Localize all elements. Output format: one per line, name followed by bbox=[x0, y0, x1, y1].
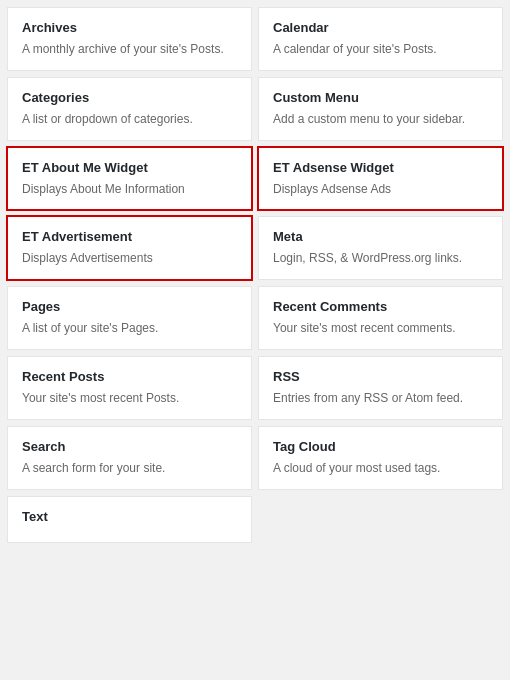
widget-title-text: Text bbox=[22, 509, 237, 524]
widget-title-recent-posts: Recent Posts bbox=[22, 369, 237, 384]
widget-desc-et-advertisement: Displays Advertisements bbox=[22, 250, 237, 267]
widget-card-archives[interactable]: ArchivesA monthly archive of your site's… bbox=[7, 7, 252, 71]
widget-card-recent-comments[interactable]: Recent CommentsYour site's most recent c… bbox=[258, 286, 503, 350]
widget-desc-pages: A list of your site's Pages. bbox=[22, 320, 237, 337]
widget-card-et-about-me[interactable]: ET About Me WidgetDisplays About Me Info… bbox=[6, 146, 253, 212]
widget-title-categories: Categories bbox=[22, 90, 237, 105]
widget-card-search[interactable]: SearchA search form for your site. bbox=[7, 426, 252, 490]
widget-card-recent-posts[interactable]: Recent PostsYour site's most recent Post… bbox=[7, 356, 252, 420]
widget-desc-calendar: A calendar of your site's Posts. bbox=[273, 41, 488, 58]
widget-card-et-adsense[interactable]: ET Adsense WidgetDisplays Adsense Ads bbox=[257, 146, 504, 212]
widget-title-search: Search bbox=[22, 439, 237, 454]
widget-title-calendar: Calendar bbox=[273, 20, 488, 35]
widget-title-tag-cloud: Tag Cloud bbox=[273, 439, 488, 454]
widget-desc-search: A search form for your site. bbox=[22, 460, 237, 477]
widget-title-et-about-me: ET About Me Widget bbox=[22, 160, 237, 175]
widget-desc-custom-menu: Add a custom menu to your sidebar. bbox=[273, 111, 488, 128]
widget-card-custom-menu[interactable]: Custom MenuAdd a custom menu to your sid… bbox=[258, 77, 503, 141]
widget-desc-recent-comments: Your site's most recent comments. bbox=[273, 320, 488, 337]
widget-card-rss[interactable]: RSSEntries from any RSS or Atom feed. bbox=[258, 356, 503, 420]
widget-title-et-advertisement: ET Advertisement bbox=[22, 229, 237, 244]
widget-desc-archives: A monthly archive of your site's Posts. bbox=[22, 41, 237, 58]
widget-title-pages: Pages bbox=[22, 299, 237, 314]
widget-desc-tag-cloud: A cloud of your most used tags. bbox=[273, 460, 488, 477]
widget-desc-meta: Login, RSS, & WordPress.org links. bbox=[273, 250, 488, 267]
widget-desc-et-adsense: Displays Adsense Ads bbox=[273, 181, 488, 198]
widget-card-tag-cloud[interactable]: Tag CloudA cloud of your most used tags. bbox=[258, 426, 503, 490]
widget-desc-et-about-me: Displays About Me Information bbox=[22, 181, 237, 198]
widget-grid: ArchivesA monthly archive of your site's… bbox=[0, 0, 510, 550]
widget-title-archives: Archives bbox=[22, 20, 237, 35]
widget-desc-recent-posts: Your site's most recent Posts. bbox=[22, 390, 237, 407]
widget-card-et-advertisement[interactable]: ET AdvertisementDisplays Advertisements bbox=[6, 215, 253, 281]
widget-card-pages[interactable]: PagesA list of your site's Pages. bbox=[7, 286, 252, 350]
widget-card-categories[interactable]: CategoriesA list or dropdown of categori… bbox=[7, 77, 252, 141]
widget-card-text[interactable]: Text bbox=[7, 496, 252, 543]
widget-desc-categories: A list or dropdown of categories. bbox=[22, 111, 237, 128]
widget-title-rss: RSS bbox=[273, 369, 488, 384]
widget-card-calendar[interactable]: CalendarA calendar of your site's Posts. bbox=[258, 7, 503, 71]
widget-desc-rss: Entries from any RSS or Atom feed. bbox=[273, 390, 488, 407]
widget-title-custom-menu: Custom Menu bbox=[273, 90, 488, 105]
widget-title-meta: Meta bbox=[273, 229, 488, 244]
widget-title-et-adsense: ET Adsense Widget bbox=[273, 160, 488, 175]
widget-title-recent-comments: Recent Comments bbox=[273, 299, 488, 314]
widget-card-meta[interactable]: MetaLogin, RSS, & WordPress.org links. bbox=[258, 216, 503, 280]
